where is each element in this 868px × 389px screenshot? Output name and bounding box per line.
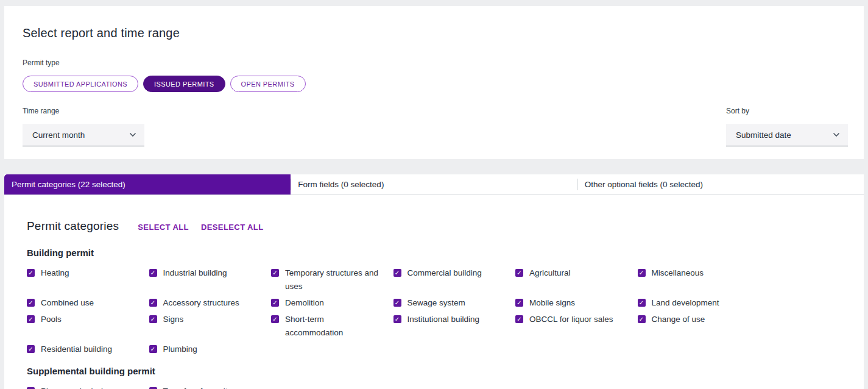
tab-label: Form fields (0 selected) <box>298 180 384 189</box>
category-label: Agricultural <box>529 266 571 280</box>
time-range-value: Current month <box>32 130 85 140</box>
category-checkbox-item[interactable]: ✓ Heating <box>27 266 149 280</box>
category-label: OBCCL for liquor sales <box>529 313 613 326</box>
checkbox-checked-icon[interactable]: ✓ <box>149 315 157 323</box>
category-label: Residential building <box>41 343 112 356</box>
category-label: Combined use <box>41 296 94 310</box>
category-checkbox-item[interactable]: ✓ Sewage system <box>393 296 516 310</box>
category-label: Change of use <box>652 313 705 326</box>
time-range-select[interactable]: Current month <box>23 124 144 146</box>
checkbox-checked-icon[interactable]: ✓ <box>515 315 523 323</box>
sort-by-value: Submitted date <box>736 130 791 140</box>
category-label: Land development <box>652 296 719 310</box>
group-heading-supplemental-building-permit: Supplemental building permit <box>27 366 848 376</box>
permit-type-button-group: SUBMITTED APPLICATIONS ISSUED PERMITS OP… <box>23 76 848 92</box>
time-range-field: Time range Current month <box>23 107 144 146</box>
category-checkbox-item[interactable]: ✓ Industrial building <box>149 266 272 280</box>
category-label: Plumbing <box>163 343 197 356</box>
category-label: Accessory structures <box>163 296 239 310</box>
category-label: Signs <box>163 313 184 326</box>
category-checkbox-item[interactable]: ✓ Accessory structures <box>149 296 272 310</box>
permit-type-button-label: ISSUED PERMITS <box>154 80 214 88</box>
checkbox-checked-icon[interactable]: ✓ <box>27 315 35 323</box>
category-checkbox-item[interactable]: ✓ Change of use <box>638 313 760 326</box>
chevron-down-icon <box>129 132 136 137</box>
permit-type-button[interactable]: OPEN PERMITS <box>230 76 306 92</box>
category-checkbox-item[interactable]: ✓ Institutional building <box>393 313 516 326</box>
checkbox-checked-icon[interactable]: ✓ <box>149 299 157 307</box>
checkbox-checked-icon[interactable]: ✓ <box>638 299 646 307</box>
select-all-link[interactable]: SELECT ALL <box>138 223 189 232</box>
checkbox-checked-icon[interactable]: ✓ <box>271 315 279 323</box>
category-label: Demolition <box>285 296 324 310</box>
deselect-all-link[interactable]: DESELECT ALL <box>201 223 264 232</box>
checkbox-checked-icon[interactable]: ✓ <box>27 299 35 307</box>
category-checkbox-item[interactable]: ✓ Commercial building <box>393 266 516 280</box>
category-checkbox-item[interactable]: ✓ Plumbing <box>149 343 272 356</box>
checkbox-checked-icon[interactable]: ✓ <box>271 269 279 277</box>
category-label: Sewage system <box>408 296 465 310</box>
category-label: Mobile signs <box>529 296 575 310</box>
tab-label: Permit categories (22 selected) <box>12 180 125 189</box>
category-label: Plans resubmission <box>41 385 112 389</box>
tab-bar: Permit categories (22 selected) Form fie… <box>4 174 864 195</box>
tab[interactable]: Other optional fields (0 selected) <box>577 174 864 194</box>
category-label: Industrial building <box>163 266 227 280</box>
category-checkbox-item[interactable]: ✓ Combined use <box>27 296 149 310</box>
checkbox-checked-icon[interactable]: ✓ <box>271 299 279 307</box>
permit-type-label: Permit type <box>23 59 848 67</box>
tab[interactable]: Form fields (0 selected) <box>291 174 577 194</box>
permit-categories-panel: Permit categories SELECT ALL DESELECT AL… <box>4 195 864 389</box>
category-checkbox-item[interactable]: ✓ Pools <box>27 313 149 326</box>
category-checkbox-item[interactable]: ✓ Temporary structures and uses <box>271 266 393 293</box>
category-checkbox-item[interactable]: ✓ Residential building <box>27 343 149 356</box>
checkbox-checked-icon[interactable]: ✓ <box>393 315 401 323</box>
page-title: Select report and time range <box>23 26 848 40</box>
chevron-down-icon <box>833 132 840 137</box>
supplemental-permit-checkbox-grid: ✓ Plans resubmission ✓ Transfer of permi… <box>27 385 848 389</box>
category-label: Transfer of permit <box>163 385 228 389</box>
category-checkbox-item[interactable]: ✓ Demolition <box>271 296 393 310</box>
time-range-label: Time range <box>23 107 144 115</box>
category-checkbox-item[interactable]: ✓ OBCCL for liquor sales <box>515 313 638 326</box>
checkbox-checked-icon[interactable]: ✓ <box>27 345 35 353</box>
category-checkbox-item[interactable]: ✓ Transfer of permit <box>149 385 272 389</box>
category-checkbox-item[interactable]: ✓ Miscellaneous <box>638 266 760 280</box>
sort-by-label: Sort by <box>726 107 848 115</box>
checkbox-checked-icon[interactable]: ✓ <box>638 315 646 323</box>
checkbox-checked-icon[interactable]: ✓ <box>393 269 401 277</box>
checkbox-checked-icon[interactable]: ✓ <box>149 269 157 277</box>
report-settings-card: Select report and time range Permit type… <box>4 6 864 159</box>
category-checkbox-item[interactable]: ✓ Signs <box>149 313 272 326</box>
building-permit-checkbox-grid: ✓ Heating ✓ Industrial building ✓ Tempor… <box>27 266 848 356</box>
group-heading-building-permit: Building permit <box>27 248 848 258</box>
checkbox-checked-icon[interactable]: ✓ <box>515 299 523 307</box>
category-checkbox-item[interactable]: ✓ Agricultural <box>515 266 638 280</box>
category-label: Heating <box>41 266 69 280</box>
permit-type-button-label: SUBMITTED APPLICATIONS <box>34 80 127 88</box>
permit-type-button[interactable]: ISSUED PERMITS <box>143 76 225 92</box>
category-label: Short-term accommodation <box>285 313 383 340</box>
category-checkbox-item[interactable]: ✓ Short-term accommodation <box>271 313 393 340</box>
tab-label: Other optional fields (0 selected) <box>585 180 703 189</box>
category-label: Miscellaneous <box>652 266 704 280</box>
category-label: Institutional building <box>408 313 480 326</box>
category-checkbox-item[interactable]: ✓ Mobile signs <box>515 296 638 310</box>
tab[interactable]: Permit categories (22 selected) <box>4 174 291 194</box>
permit-type-button-label: OPEN PERMITS <box>241 80 295 88</box>
permit-type-button[interactable]: SUBMITTED APPLICATIONS <box>23 76 138 92</box>
sort-by-field: Sort by Submitted date <box>726 107 848 146</box>
permit-categories-heading: Permit categories <box>27 219 119 233</box>
category-label: Temporary structures and uses <box>285 266 383 293</box>
category-checkbox-item[interactable]: ✓ Plans resubmission <box>27 385 149 389</box>
checkbox-checked-icon[interactable]: ✓ <box>149 345 157 353</box>
checkbox-checked-icon[interactable]: ✓ <box>393 299 401 307</box>
sort-by-select[interactable]: Submitted date <box>726 124 848 146</box>
category-label: Pools <box>41 313 62 326</box>
category-label: Commercial building <box>408 266 482 280</box>
category-checkbox-item[interactable]: ✓ Land development <box>638 296 760 310</box>
checkbox-checked-icon[interactable]: ✓ <box>27 269 35 277</box>
categories-card: Permit categories (22 selected) Form fie… <box>4 174 864 389</box>
checkbox-checked-icon[interactable]: ✓ <box>515 269 523 277</box>
checkbox-checked-icon[interactable]: ✓ <box>638 269 646 277</box>
